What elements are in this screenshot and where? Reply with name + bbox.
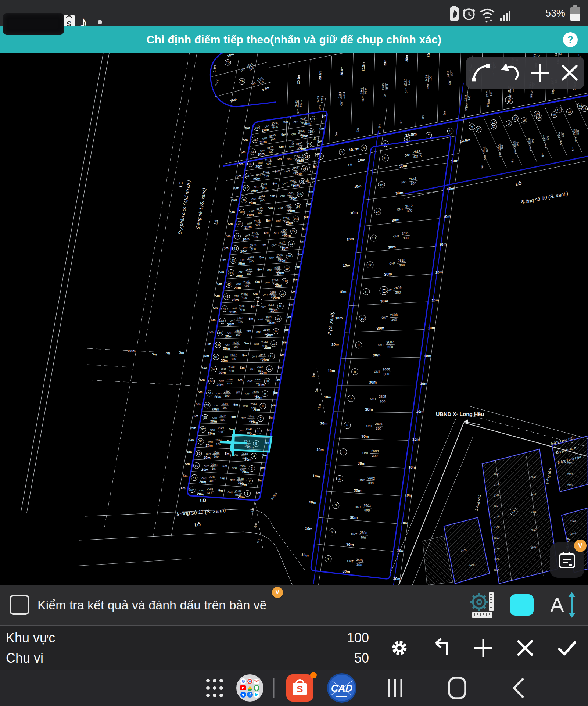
- confirm-button[interactable]: [556, 637, 578, 659]
- cancel-button[interactable]: [514, 637, 536, 659]
- close-button[interactable]: [558, 61, 581, 84]
- color-swatch[interactable]: [510, 594, 534, 616]
- svg-text:5m: 5m: [334, 132, 338, 136]
- svg-text:50: 50: [216, 343, 220, 347]
- svg-text:5m: 5m: [215, 294, 220, 298]
- back-button[interactable]: [514, 678, 523, 698]
- settings-button[interactable]: [389, 637, 410, 659]
- svg-text:2608: 2608: [390, 313, 398, 317]
- svg-text:ONT: ONT: [234, 454, 239, 457]
- svg-text:13m: 13m: [317, 404, 322, 411]
- svg-text:100: 100: [253, 235, 258, 239]
- svg-text:22: 22: [582, 107, 587, 111]
- svg-text:100: 100: [214, 455, 219, 459]
- svg-text:100: 100: [229, 370, 234, 373]
- svg-text:30m: 30m: [380, 299, 388, 304]
- svg-text:26: 26: [301, 180, 304, 183]
- svg-text:2463: 2463: [316, 96, 320, 103]
- svg-text:24.8m: 24.8m: [405, 132, 417, 137]
- svg-text:ONT: ONT: [267, 269, 273, 272]
- svg-text:19: 19: [537, 115, 541, 120]
- svg-text:2587: 2587: [230, 353, 237, 356]
- svg-text:57: 57: [201, 427, 205, 431]
- home-button[interactable]: [449, 678, 465, 698]
- svg-text:20m: 20m: [214, 395, 221, 399]
- svg-text:10.7m: 10.7m: [348, 147, 359, 152]
- svg-text:5m: 5m: [204, 354, 209, 358]
- svg-text:Lô: Lô: [213, 219, 219, 225]
- svg-text:5m: 5m: [211, 318, 215, 322]
- cad-drawing[interactable]: D-y phân c.ch ( Qui ho.ch )§-êng sè 1 (S…: [0, 53, 588, 585]
- svg-text:5m: 5m: [200, 378, 205, 382]
- svg-text:16: 16: [383, 156, 387, 160]
- svg-text:2557: 2557: [279, 241, 285, 245]
- svg-text:ONT: ONT: [241, 417, 246, 419]
- svg-text:2543: 2543: [248, 415, 254, 418]
- undo-button[interactable]: [499, 61, 522, 84]
- google-folder-icon[interactable]: G f: [236, 674, 263, 702]
- divider: [273, 678, 275, 698]
- svg-text:5m: 5m: [511, 159, 514, 163]
- svg-text:100: 100: [451, 72, 454, 77]
- svg-text:7: 7: [350, 397, 352, 401]
- svg-text:2464: 2464: [338, 92, 342, 98]
- svg-text:ONT: ONT: [245, 234, 250, 237]
- svg-text:20m: 20m: [286, 221, 293, 226]
- measure-settings-icon[interactable]: [468, 589, 496, 620]
- svg-text:10m: 10m: [401, 521, 408, 525]
- svg-text:10m: 10m: [358, 158, 365, 163]
- svg-text:10m: 10m: [416, 409, 423, 413]
- svg-text:§-ông sô 11 (S. xanh): §-ông sô 11 (S. xanh): [176, 507, 226, 516]
- svg-text:30m: 30m: [391, 217, 399, 222]
- cad-canvas[interactable]: D-y phân c.ch ( Qui ho.ch )§-êng sè 1 (S…: [0, 53, 588, 585]
- svg-text:ONT: ONT: [276, 219, 281, 222]
- svg-text:10m: 10m: [431, 298, 439, 302]
- arc-tool-button[interactable]: [469, 61, 492, 84]
- svg-text:12: 12: [368, 263, 372, 267]
- svg-text:5m: 5m: [207, 342, 211, 346]
- text-size-icon[interactable]: A: [548, 591, 578, 619]
- app-drawer-icon[interactable]: [206, 679, 223, 697]
- undo-action-button[interactable]: [431, 637, 452, 659]
- svg-text:62: 62: [190, 488, 194, 492]
- svg-text:5m: 5m: [152, 352, 157, 356]
- svg-text:20.4m: 20.4m: [318, 71, 322, 80]
- result-checkbox[interactable]: [10, 595, 29, 615]
- svg-text:20: 20: [287, 254, 291, 258]
- svg-text:20m: 20m: [251, 188, 258, 193]
- svg-text:LÔ: LÔ: [194, 522, 201, 527]
- svg-text:2600: 2600: [360, 531, 368, 535]
- svg-text:20m: 20m: [247, 212, 254, 217]
- svg-text:45: 45: [227, 283, 231, 286]
- help-button[interactable]: ?: [563, 32, 578, 47]
- svg-text:20m: 20m: [212, 407, 219, 411]
- svg-text:102.1: 102.1: [320, 96, 324, 103]
- svg-text:10m: 10m: [313, 474, 320, 478]
- shopee-app-icon[interactable]: S: [286, 672, 317, 702]
- notes-float-button[interactable]: V: [550, 542, 584, 578]
- svg-text:20m: 20m: [262, 128, 269, 133]
- svg-text:5m: 5m: [259, 255, 265, 259]
- recents-button[interactable]: [389, 679, 401, 697]
- svg-text:ONT: ONT: [215, 404, 220, 407]
- svg-text:2562: 2562: [289, 179, 296, 183]
- svg-text:2552: 2552: [268, 303, 274, 307]
- svg-text:5m: 5m: [541, 153, 544, 157]
- add-action-button[interactable]: [473, 637, 494, 659]
- svg-text:49: 49: [218, 331, 222, 335]
- svg-text:2520: 2520: [485, 90, 489, 97]
- svg-text:2556: 2556: [276, 254, 283, 257]
- svg-text:5m: 5m: [185, 462, 190, 466]
- svg-text:10m: 10m: [354, 184, 362, 189]
- svg-text:2508: 2508: [527, 138, 530, 144]
- svg-text:A: A: [550, 593, 564, 616]
- svg-text:7m: 7m: [165, 351, 170, 355]
- svg-text:94.6: 94.6: [272, 125, 278, 129]
- svg-text:20m: 20m: [264, 345, 271, 350]
- svg-text:30m: 30m: [376, 326, 384, 330]
- cad-app-icon[interactable]: CAD: [328, 674, 356, 702]
- app-header: Chỉ định điểm tiếp theo(nhấn và giữ để c…: [0, 26, 588, 53]
- add-point-button[interactable]: [528, 61, 551, 84]
- svg-text:5m: 5m: [230, 210, 235, 214]
- svg-text:30m: 30m: [369, 380, 377, 384]
